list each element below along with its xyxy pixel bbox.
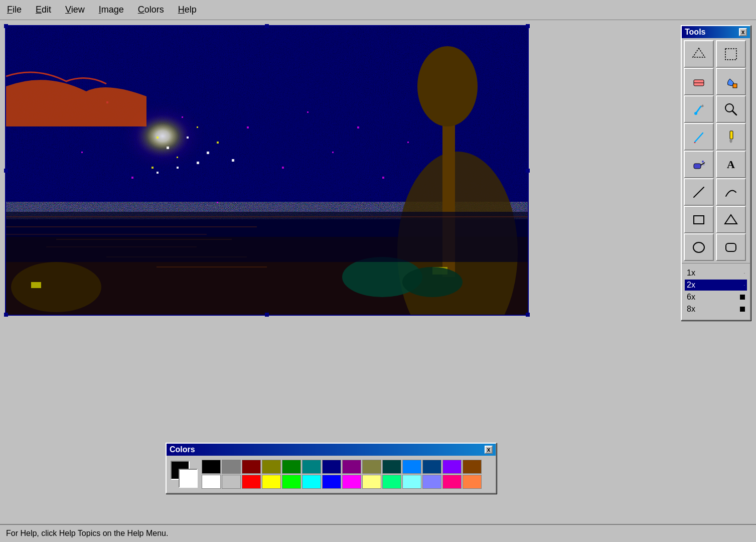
swatch-gray[interactable]: [222, 460, 241, 474]
status-bar: For Help, click Help Topics on the Help …: [0, 524, 756, 542]
pencil-icon: [692, 130, 706, 144]
colors-title-bar[interactable]: Colors x: [167, 444, 496, 456]
svg-rect-37: [207, 152, 209, 154]
menu-image[interactable]: Image: [96, 4, 127, 16]
swatch-darkgreen[interactable]: [282, 460, 301, 474]
tool-rectangle[interactable]: [684, 206, 714, 233]
svg-rect-23: [332, 152, 334, 153]
status-text: For Help, click Help Topics on the Help …: [6, 529, 168, 538]
tools-close-button[interactable]: x: [739, 28, 747, 36]
colors-close-button[interactable]: x: [485, 446, 493, 454]
color-selector: [171, 461, 198, 488]
tool-brush[interactable]: [716, 123, 746, 151]
svg-rect-31: [177, 157, 178, 158]
tool-eraser[interactable]: [684, 68, 714, 95]
swatch-yellow[interactable]: [262, 475, 281, 489]
menu-colors[interactable]: Colors: [135, 4, 167, 16]
svg-point-5: [11, 262, 101, 312]
svg-rect-36: [187, 137, 189, 139]
svg-rect-18: [247, 126, 249, 128]
tool-ellipse[interactable]: [684, 233, 714, 261]
swatch-magenta[interactable]: [342, 475, 361, 489]
tool-line[interactable]: [684, 178, 714, 206]
swatch-white[interactable]: [202, 475, 221, 489]
handle-mid-right[interactable]: [526, 169, 530, 173]
swatch-hotpink[interactable]: [442, 475, 462, 489]
swatch-darkpurple[interactable]: [342, 460, 361, 474]
swatch-lightcyan[interactable]: [402, 475, 421, 489]
tools-grid: A: [682, 38, 750, 263]
colors-body: [167, 456, 496, 493]
menu-view[interactable]: View: [62, 4, 88, 16]
tool-airbrush[interactable]: [684, 151, 714, 178]
tools-title-bar[interactable]: Tools x: [682, 26, 750, 38]
swatch-lavender[interactable]: [422, 475, 441, 489]
tool-text[interactable]: A: [716, 151, 746, 178]
swatch-dodgerblue[interactable]: [402, 460, 421, 474]
zoom-6x[interactable]: 6x: [685, 292, 747, 303]
svg-rect-46: [725, 49, 736, 60]
zoom-1x-label: 1x: [687, 268, 695, 278]
swatch-olive[interactable]: [262, 460, 281, 474]
swatch-blue[interactable]: [322, 475, 341, 489]
swatch-green[interactable]: [282, 475, 301, 489]
tool-pencil[interactable]: [684, 123, 714, 151]
swatch-darkcyan[interactable]: [382, 460, 401, 474]
handle-top-center[interactable]: [265, 24, 269, 28]
svg-rect-17: [182, 116, 183, 118]
zoom-1x[interactable]: 1x ·: [685, 267, 747, 279]
handle-bot-center[interactable]: [265, 313, 269, 317]
zoom-8x[interactable]: 8x: [685, 304, 747, 315]
svg-rect-27: [217, 202, 218, 203]
swatch-cyan[interactable]: [302, 475, 321, 489]
tool-magnify[interactable]: [716, 95, 746, 123]
tool-roundedrect[interactable]: [716, 233, 746, 261]
swatch-brown[interactable]: [463, 460, 482, 474]
ellipse-icon: [692, 240, 706, 254]
tool-polygon[interactable]: [716, 206, 746, 233]
svg-rect-25: [407, 142, 409, 143]
svg-point-8: [417, 46, 478, 126]
swatch-black[interactable]: [202, 460, 221, 474]
svg-rect-49: [733, 84, 737, 88]
background-color[interactable]: [179, 469, 198, 488]
handle-top-right[interactable]: [526, 24, 530, 28]
color-grid: [202, 460, 482, 489]
swatch-violet[interactable]: [442, 460, 462, 474]
swatch-darkred[interactable]: [242, 460, 261, 474]
swatch-lightyellow[interactable]: [362, 475, 381, 489]
svg-rect-19: [307, 111, 309, 113]
tool-freeselect[interactable]: [684, 40, 714, 68]
swatch-mint[interactable]: [382, 475, 401, 489]
image-container[interactable]: [5, 25, 529, 316]
canvas-area: Colors x: [0, 20, 756, 524]
zoom-2x[interactable]: 2x ·: [685, 280, 747, 291]
handle-top-left[interactable]: [4, 24, 8, 28]
svg-point-51: [694, 112, 697, 115]
tool-fill[interactable]: [716, 68, 746, 95]
svg-rect-26: [131, 177, 133, 179]
swatch-darkblue[interactable]: [322, 460, 341, 474]
swatch-orange[interactable]: [463, 475, 482, 489]
handle-bot-left[interactable]: [4, 313, 8, 317]
swatch-red[interactable]: [242, 475, 261, 489]
svg-point-62: [701, 165, 702, 166]
tool-curve[interactable]: [716, 178, 746, 206]
svg-rect-35: [167, 147, 169, 149]
swatch-silver[interactable]: [222, 475, 241, 489]
svg-rect-22: [282, 167, 284, 169]
menu-help[interactable]: Help: [175, 4, 200, 16]
menu-edit[interactable]: Edit: [33, 4, 54, 16]
swatch-darkteal[interactable]: [302, 460, 321, 474]
menu-file[interactable]: File: [4, 4, 25, 16]
magnify-icon: [724, 102, 738, 116]
zoom-6x-symbol: [740, 295, 745, 300]
swatch-steelblue[interactable]: [422, 460, 441, 474]
swatch-darkyellow[interactable]: [362, 460, 381, 474]
tool-eyedropper[interactable]: [684, 95, 714, 123]
tool-rectselect[interactable]: [716, 40, 746, 68]
handle-mid-left[interactable]: [4, 169, 8, 173]
rectselect-icon: [724, 47, 738, 61]
handle-bot-right[interactable]: [526, 313, 530, 317]
main-content: Colors x: [0, 20, 756, 524]
